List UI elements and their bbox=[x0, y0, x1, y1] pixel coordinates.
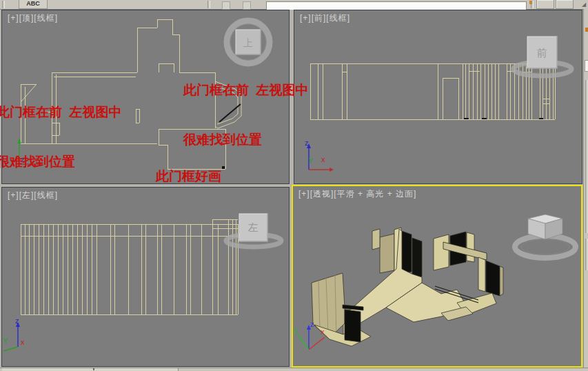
toolbar-button[interactable] bbox=[536, 0, 554, 9]
panel-field-fragment bbox=[585, 60, 588, 72]
axis-z-label: z bbox=[15, 317, 19, 325]
max-application-window: { "toolbar": { "abc_label": "ABC" }, "vi… bbox=[0, 0, 588, 371]
axis-x-label: x bbox=[321, 155, 325, 163]
toolbar-icon[interactable] bbox=[222, 1, 230, 10]
axis-y-label: Y bbox=[3, 337, 8, 345]
floor-plan-bay bbox=[21, 81, 241, 128]
axis-tripod-left: z Y x bbox=[3, 317, 25, 351]
axis-z-label: z bbox=[21, 155, 25, 163]
viewcube-top-face-label[interactable]: 上 bbox=[243, 37, 253, 48]
toolbar-resize-grip: ◢ bbox=[582, 1, 586, 8]
toolbar-combobox[interactable] bbox=[266, 1, 527, 10]
axis-x-label: x bbox=[21, 338, 25, 346]
toolbar-icon[interactable] bbox=[243, 1, 251, 10]
floor-plan-wireframe bbox=[21, 19, 225, 169]
abc-toolbar-button[interactable]: ABC bbox=[19, 0, 48, 9]
toolbar-separator bbox=[531, 1, 534, 8]
toolbar-separator bbox=[207, 1, 210, 8]
viewport-top-label[interactable]: [+][顶][线框] bbox=[8, 12, 58, 24]
axis-x-label: x bbox=[34, 155, 38, 163]
viewcube-front-face-label[interactable]: 前 bbox=[537, 47, 547, 59]
viewport-left[interactable]: [+][左][线框] 左 z Y x bbox=[1, 187, 290, 367]
axis-y-label: y bbox=[309, 155, 313, 163]
track-bar-sliver[interactable] bbox=[2, 368, 179, 371]
viewport-left-canvas: 左 z Y x bbox=[2, 188, 289, 366]
viewcube-left-face-label[interactable]: 左 bbox=[248, 221, 258, 233]
viewcube-left[interactable]: 左 bbox=[226, 214, 281, 247]
axis-y-label: y bbox=[294, 326, 298, 334]
viewcube-perspective[interactable] bbox=[515, 214, 576, 258]
viewport-front[interactable]: [+][前][线框] 前 z y x bbox=[294, 10, 582, 184]
axis-z-label: z bbox=[305, 139, 309, 147]
axis-tripod-front: z y x bbox=[305, 139, 334, 172]
axis-x-label: x bbox=[321, 328, 325, 336]
command-panel-edge bbox=[583, 9, 588, 368]
panel-rollout-edge bbox=[585, 80, 588, 233]
toolbar-button[interactable] bbox=[556, 0, 574, 9]
viewport-perspective-label[interactable]: [+][透视][平滑 + 高光 + 边面] bbox=[298, 188, 416, 200]
main-toolbar-sliver: ABC ◢ bbox=[0, 0, 588, 10]
viewport-front-label[interactable]: [+][前][线框] bbox=[300, 12, 350, 24]
left-elevation-wireframe bbox=[21, 219, 238, 314]
panel-rollout-edge bbox=[585, 239, 588, 270]
toolbar-separator bbox=[2, 1, 5, 8]
shaded-room-model bbox=[312, 228, 503, 346]
vertex-tick bbox=[222, 166, 225, 169]
viewport-perspective-canvas: z y x bbox=[293, 186, 581, 366]
viewport-perspective[interactable]: [+][透视][平滑 + 高光 + 边面] bbox=[292, 185, 582, 368]
axis-tripod-top: z x bbox=[17, 139, 43, 166]
viewport-top[interactable]: [+][顶][线框] 上 z x bbox=[1, 10, 290, 184]
viewport-front-canvas: 前 z y x bbox=[294, 10, 582, 183]
viewcube-top[interactable]: 上 bbox=[227, 21, 270, 63]
track-bar-marker bbox=[93, 368, 94, 370]
axis-z-label: z bbox=[310, 320, 314, 328]
panel-icon-fragment bbox=[585, 28, 588, 32]
viewport-left-label[interactable]: [+][左][线框] bbox=[8, 190, 58, 201]
viewport-top-canvas: 上 z x bbox=[2, 10, 289, 183]
